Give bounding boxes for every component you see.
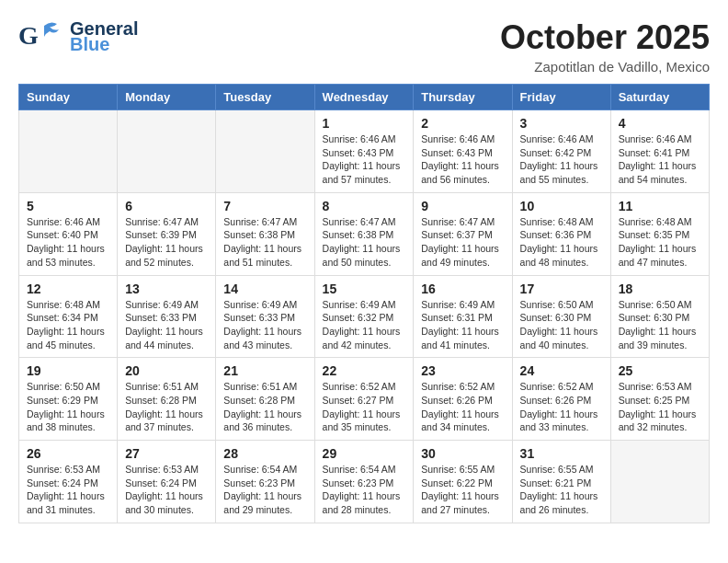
calendar-cell: 28Sunrise: 6:54 AM Sunset: 6:23 PM Dayli…	[216, 441, 314, 523]
calendar-cell: 13Sunrise: 6:49 AM Sunset: 6:33 PM Dayli…	[118, 275, 216, 358]
day-number: 5	[27, 199, 109, 213]
cell-info: Sunrise: 6:52 AM Sunset: 6:27 PM Dayligh…	[323, 380, 406, 434]
day-number: 16	[421, 282, 504, 296]
cell-info: Sunrise: 6:49 AM Sunset: 6:31 PM Dayligh…	[421, 298, 504, 352]
cell-info: Sunrise: 6:46 AM Sunset: 6:43 PM Dayligh…	[421, 132, 504, 187]
location-subtitle: Zapotitlan de Vadillo, Mexico	[500, 59, 710, 75]
calendar-cell: 27Sunrise: 6:53 AM Sunset: 6:24 PM Dayli…	[118, 441, 216, 523]
calendar-cell	[118, 110, 216, 193]
calendar-cell: 9Sunrise: 6:47 AM Sunset: 6:37 PM Daylig…	[414, 192, 512, 275]
title-block: October 2025 Zapotitlan de Vadillo, Mexi…	[500, 18, 710, 75]
calendar-cell: 21Sunrise: 6:51 AM Sunset: 6:28 PM Dayli…	[216, 358, 314, 441]
cell-info: Sunrise: 6:51 AM Sunset: 6:28 PM Dayligh…	[125, 380, 208, 434]
logo: G General Blue	[18, 18, 138, 55]
day-number: 8	[323, 199, 406, 213]
calendar-cell: 25Sunrise: 6:53 AM Sunset: 6:25 PM Dayli…	[610, 358, 709, 441]
day-number: 25	[619, 363, 701, 378]
weekday-header-wednesday: Wednesday	[314, 85, 414, 110]
calendar-cell: 26Sunrise: 6:53 AM Sunset: 6:24 PM Dayli…	[19, 441, 118, 523]
day-number: 19	[27, 363, 109, 378]
cell-info: Sunrise: 6:50 AM Sunset: 6:29 PM Dayligh…	[27, 380, 109, 434]
day-number: 10	[520, 199, 603, 213]
calendar-cell: 14Sunrise: 6:49 AM Sunset: 6:33 PM Dayli…	[216, 275, 314, 358]
calendar-cell	[19, 110, 118, 193]
calendar-week-2: 5Sunrise: 6:46 AM Sunset: 6:40 PM Daylig…	[19, 192, 710, 275]
calendar-week-1: 1Sunrise: 6:46 AM Sunset: 6:43 PM Daylig…	[19, 110, 710, 193]
weekday-header-tuesday: Tuesday	[216, 85, 314, 110]
day-number: 12	[27, 282, 109, 296]
weekday-header-friday: Friday	[512, 85, 610, 110]
cell-info: Sunrise: 6:47 AM Sunset: 6:37 PM Dayligh…	[421, 215, 504, 270]
cell-info: Sunrise: 6:46 AM Sunset: 6:40 PM Dayligh…	[27, 215, 109, 270]
calendar-table: SundayMondayTuesdayWednesdayThursdayFrid…	[18, 84, 710, 523]
calendar-cell: 5Sunrise: 6:46 AM Sunset: 6:40 PM Daylig…	[19, 192, 118, 275]
day-number: 29	[323, 446, 406, 461]
day-number: 30	[421, 446, 504, 461]
calendar-cell: 15Sunrise: 6:49 AM Sunset: 6:32 PM Dayli…	[314, 275, 414, 358]
calendar-cell: 23Sunrise: 6:52 AM Sunset: 6:26 PM Dayli…	[414, 358, 512, 441]
cell-info: Sunrise: 6:52 AM Sunset: 6:26 PM Dayligh…	[520, 380, 603, 434]
weekday-header-thursday: Thursday	[414, 85, 512, 110]
day-number: 11	[619, 199, 701, 213]
cell-info: Sunrise: 6:54 AM Sunset: 6:23 PM Dayligh…	[223, 463, 306, 517]
cell-info: Sunrise: 6:52 AM Sunset: 6:26 PM Dayligh…	[421, 380, 504, 434]
cell-info: Sunrise: 6:50 AM Sunset: 6:30 PM Dayligh…	[619, 298, 701, 352]
cell-info: Sunrise: 6:55 AM Sunset: 6:21 PM Dayligh…	[520, 463, 603, 517]
calendar-week-4: 19Sunrise: 6:50 AM Sunset: 6:29 PM Dayli…	[19, 358, 710, 441]
day-number: 22	[323, 363, 406, 378]
calendar-cell: 7Sunrise: 6:47 AM Sunset: 6:38 PM Daylig…	[216, 192, 314, 275]
calendar-cell: 31Sunrise: 6:55 AM Sunset: 6:21 PM Dayli…	[512, 441, 610, 523]
cell-info: Sunrise: 6:48 AM Sunset: 6:36 PM Dayligh…	[520, 215, 603, 270]
day-number: 26	[27, 446, 109, 461]
cell-info: Sunrise: 6:54 AM Sunset: 6:23 PM Dayligh…	[323, 463, 406, 517]
day-number: 6	[125, 199, 208, 213]
cell-info: Sunrise: 6:46 AM Sunset: 6:42 PM Dayligh…	[520, 132, 603, 187]
calendar-week-3: 12Sunrise: 6:48 AM Sunset: 6:34 PM Dayli…	[19, 275, 710, 358]
cell-info: Sunrise: 6:47 AM Sunset: 6:38 PM Dayligh…	[223, 215, 306, 270]
day-number: 31	[520, 446, 603, 461]
weekday-header-saturday: Saturday	[610, 85, 709, 110]
cell-info: Sunrise: 6:53 AM Sunset: 6:24 PM Dayligh…	[125, 463, 208, 517]
page-header: G General Blue October 2025 Zapotitlan d…	[18, 18, 710, 75]
calendar-cell: 10Sunrise: 6:48 AM Sunset: 6:36 PM Dayli…	[512, 192, 610, 275]
calendar-cell: 18Sunrise: 6:50 AM Sunset: 6:30 PM Dayli…	[610, 275, 709, 358]
calendar-cell	[610, 441, 709, 523]
svg-text:G: G	[18, 21, 39, 50]
calendar-cell: 24Sunrise: 6:52 AM Sunset: 6:26 PM Dayli…	[512, 358, 610, 441]
cell-info: Sunrise: 6:46 AM Sunset: 6:41 PM Dayligh…	[619, 132, 701, 187]
day-number: 23	[421, 363, 504, 378]
day-number: 28	[223, 446, 306, 461]
cell-info: Sunrise: 6:53 AM Sunset: 6:24 PM Dayligh…	[27, 463, 109, 517]
calendar-week-5: 26Sunrise: 6:53 AM Sunset: 6:24 PM Dayli…	[19, 441, 710, 523]
cell-info: Sunrise: 6:50 AM Sunset: 6:30 PM Dayligh…	[520, 298, 603, 352]
calendar-cell: 11Sunrise: 6:48 AM Sunset: 6:35 PM Dayli…	[610, 192, 709, 275]
cell-info: Sunrise: 6:49 AM Sunset: 6:32 PM Dayligh…	[323, 298, 406, 352]
day-number: 24	[520, 363, 603, 378]
cell-info: Sunrise: 6:49 AM Sunset: 6:33 PM Dayligh…	[125, 298, 208, 352]
calendar-cell: 4Sunrise: 6:46 AM Sunset: 6:41 PM Daylig…	[610, 110, 709, 193]
calendar-cell: 17Sunrise: 6:50 AM Sunset: 6:30 PM Dayli…	[512, 275, 610, 358]
weekday-header-row: SundayMondayTuesdayWednesdayThursdayFrid…	[19, 85, 710, 110]
day-number: 1	[323, 116, 406, 131]
day-number: 7	[223, 199, 306, 213]
calendar-cell: 6Sunrise: 6:47 AM Sunset: 6:39 PM Daylig…	[118, 192, 216, 275]
calendar-cell: 16Sunrise: 6:49 AM Sunset: 6:31 PM Dayli…	[414, 275, 512, 358]
day-number: 20	[125, 363, 208, 378]
day-number: 17	[520, 282, 603, 296]
calendar-cell: 1Sunrise: 6:46 AM Sunset: 6:43 PM Daylig…	[314, 110, 414, 193]
day-number: 27	[125, 446, 208, 461]
cell-info: Sunrise: 6:55 AM Sunset: 6:22 PM Dayligh…	[421, 463, 504, 517]
calendar-cell: 8Sunrise: 6:47 AM Sunset: 6:38 PM Daylig…	[314, 192, 414, 275]
calendar-cell: 12Sunrise: 6:48 AM Sunset: 6:34 PM Dayli…	[19, 275, 118, 358]
cell-info: Sunrise: 6:48 AM Sunset: 6:34 PM Dayligh…	[27, 298, 109, 352]
day-number: 2	[421, 116, 504, 131]
cell-info: Sunrise: 6:48 AM Sunset: 6:35 PM Dayligh…	[619, 215, 701, 270]
day-number: 21	[223, 363, 306, 378]
cell-info: Sunrise: 6:49 AM Sunset: 6:33 PM Dayligh…	[223, 298, 306, 352]
calendar-cell: 30Sunrise: 6:55 AM Sunset: 6:22 PM Dayli…	[414, 441, 512, 523]
calendar-cell: 20Sunrise: 6:51 AM Sunset: 6:28 PM Dayli…	[118, 358, 216, 441]
logo-icon: G	[18, 18, 66, 55]
cell-info: Sunrise: 6:47 AM Sunset: 6:38 PM Dayligh…	[323, 215, 406, 270]
day-number: 4	[619, 116, 701, 131]
cell-info: Sunrise: 6:47 AM Sunset: 6:39 PM Dayligh…	[125, 215, 208, 270]
